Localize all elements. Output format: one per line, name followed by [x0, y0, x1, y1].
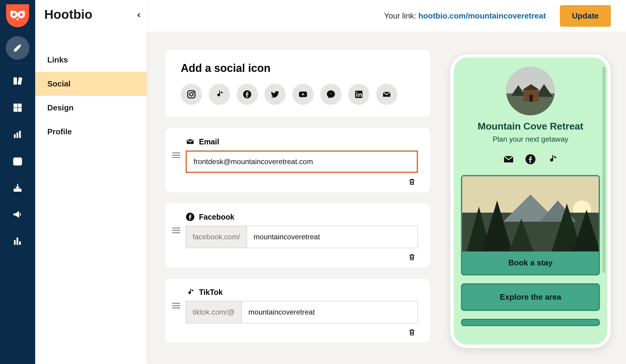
svg-marker-4	[16, 18, 19, 20]
svg-rect-39	[172, 305, 180, 306]
link-prefix: Your link:	[384, 11, 416, 20]
rail-announce-icon[interactable]	[6, 203, 29, 226]
tiktok-input[interactable]	[242, 301, 418, 323]
svg-point-23	[193, 92, 194, 93]
tiktok-icon[interactable]	[547, 154, 558, 165]
twitter-icon[interactable]	[264, 84, 286, 105]
svg-rect-5	[14, 78, 17, 85]
preview-avatar	[506, 67, 555, 115]
add-social-title: Add a social icon	[181, 62, 414, 75]
brand-title: Hootbio	[44, 7, 93, 22]
public-link-url[interactable]: hootbio.com/mountaincoveretreat	[418, 11, 546, 20]
preview-link-card-2[interactable]: Explore the area	[461, 283, 600, 311]
field-prefix: facebook.com/	[186, 226, 247, 248]
tiktok-icon	[186, 288, 195, 297]
entry-label: Email	[199, 137, 219, 146]
preview-panel: Mountain Cove Retreat Plan your next get…	[442, 50, 611, 364]
svg-rect-14	[14, 158, 22, 165]
instagram-icon[interactable]	[181, 84, 202, 105]
svg-rect-13	[19, 131, 21, 138]
linkedin-icon[interactable]	[348, 84, 369, 105]
preview-link-card-3[interactable]	[461, 319, 600, 326]
email-icon[interactable]	[503, 154, 514, 165]
field-prefix: tiktok.com/@	[186, 301, 242, 323]
rail-divider	[8, 63, 27, 63]
public-link: Your link: hootbio.com/mountaincoveretre…	[384, 11, 546, 21]
main: Your link: hootbio.com/mountaincoveretre…	[147, 0, 626, 364]
svg-rect-20	[19, 241, 21, 244]
youtube-icon[interactable]	[292, 84, 314, 105]
entry-header: TikTok	[186, 288, 418, 297]
sidebar-item-design[interactable]: Design	[35, 96, 147, 120]
entry-label: Facebook	[199, 213, 234, 221]
svg-rect-34	[172, 228, 180, 228]
rail-analytics-icon[interactable]	[6, 123, 29, 146]
svg-rect-6	[18, 77, 22, 85]
trash-icon[interactable]	[408, 177, 416, 186]
rail-grid-icon[interactable]	[6, 96, 29, 120]
svg-rect-8	[18, 104, 21, 107]
entry-label: TikTok	[199, 288, 223, 297]
facebook-icon[interactable]	[237, 84, 258, 105]
tiktok-icon[interactable]	[209, 84, 230, 105]
facebook-field[interactable]: facebook.com/	[186, 226, 418, 248]
entry-tiktok: TikTok tiktok.com/@	[165, 278, 430, 343]
svg-point-3	[20, 13, 23, 16]
drag-handle-icon[interactable]	[172, 212, 180, 235]
email-input[interactable]	[187, 152, 417, 172]
facebook-icon	[186, 212, 195, 221]
entry-header: Email	[186, 137, 418, 146]
svg-point-2	[12, 13, 15, 16]
svg-rect-47	[530, 95, 533, 102]
email-icon[interactable]	[376, 84, 397, 105]
preview-link-label: Book a stay	[462, 251, 599, 274]
svg-rect-31	[172, 152, 180, 153]
svg-rect-29	[356, 93, 357, 97]
entry-header: Facebook	[186, 212, 418, 221]
svg-rect-10	[18, 108, 21, 111]
messenger-icon[interactable]	[320, 84, 342, 105]
entry-email: Email	[165, 128, 430, 192]
drag-handle-icon[interactable]	[172, 137, 180, 160]
email-field[interactable]	[186, 150, 418, 173]
svg-rect-19	[17, 238, 18, 245]
sidebar-item-social[interactable]: Social	[35, 72, 147, 96]
facebook-input[interactable]	[247, 226, 418, 248]
logo-owl	[6, 4, 29, 27]
rail-calendar-icon[interactable]	[6, 149, 29, 173]
tiktok-field[interactable]: tiktok.com/@	[186, 301, 418, 323]
preview-scrollbar[interactable]	[602, 67, 605, 273]
svg-rect-33	[172, 157, 180, 158]
rail-compose-icon[interactable]	[6, 36, 29, 60]
svg-rect-12	[17, 133, 18, 138]
svg-point-30	[356, 92, 358, 93]
preview-link-image	[462, 176, 599, 251]
svg-rect-18	[14, 240, 15, 244]
preview-title: Mountain Cove Retreat	[461, 121, 600, 132]
phone-preview: Mountain Cove Retreat Plan your next get…	[450, 54, 611, 348]
facebook-icon[interactable]	[525, 154, 536, 165]
drag-handle-icon[interactable]	[172, 288, 180, 310]
svg-rect-7	[14, 104, 17, 107]
rail-inbox-icon[interactable]	[6, 176, 29, 200]
icon-rail	[0, 0, 35, 364]
svg-point-22	[190, 93, 193, 96]
sidebar: Hootbio ‹‹ Links Social Design Profile	[35, 0, 147, 364]
svg-rect-11	[14, 134, 15, 138]
rail-theme-icon[interactable]	[6, 69, 29, 93]
sidebar-item-links[interactable]: Links	[35, 48, 147, 72]
trash-icon[interactable]	[408, 328, 416, 337]
preview-link-card-1[interactable]: Book a stay	[461, 175, 600, 275]
svg-rect-9	[14, 108, 17, 111]
add-social-card: Add a social icon	[165, 50, 430, 117]
svg-rect-35	[172, 230, 180, 231]
preview-subtitle: Plan your next getaway	[461, 135, 600, 143]
topbar: Your link: hootbio.com/mountaincoveretre…	[147, 0, 626, 32]
trash-icon[interactable]	[408, 252, 416, 261]
svg-rect-38	[172, 303, 180, 304]
svg-rect-32	[172, 155, 180, 156]
svg-rect-40	[172, 308, 180, 308]
rail-stats-icon[interactable]	[6, 229, 29, 253]
sidebar-item-profile[interactable]: Profile	[35, 120, 147, 144]
update-button[interactable]: Update	[560, 5, 611, 27]
